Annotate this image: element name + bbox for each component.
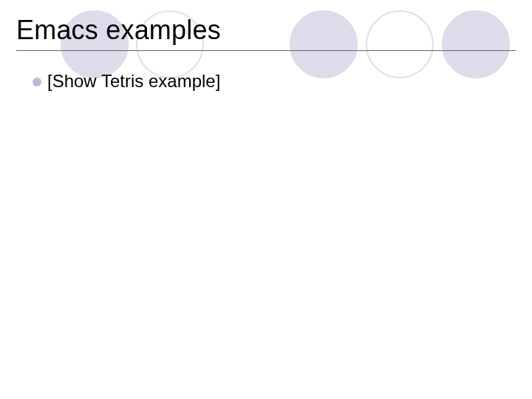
circle-icon (290, 10, 358, 78)
title-underline (16, 50, 516, 51)
bullet-icon (33, 78, 41, 86)
slide-body: [Show Tetris example] (33, 71, 502, 92)
circle-icon (366, 10, 434, 78)
slide-title: Emacs examples (16, 15, 221, 46)
circle-icon (442, 10, 510, 78)
bullet-text: [Show Tetris example] (47, 71, 220, 92)
list-item: [Show Tetris example] (33, 71, 502, 92)
